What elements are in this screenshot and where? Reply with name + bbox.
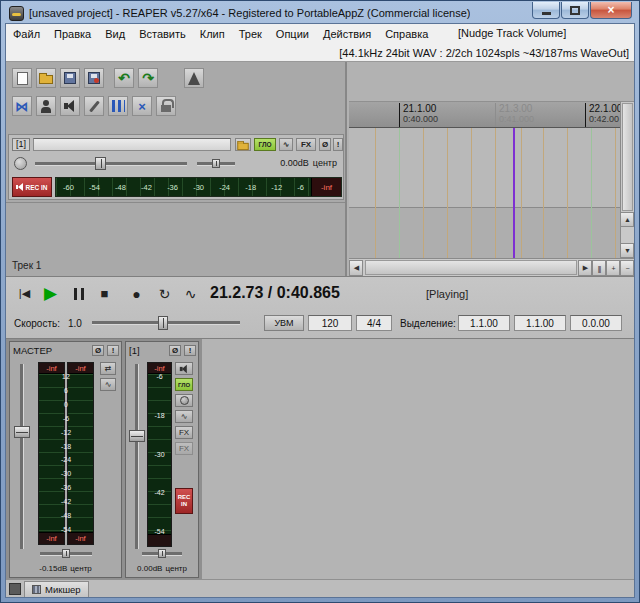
menu-track[interactable]: Трек <box>232 25 269 43</box>
zoom-in-button[interactable]: + <box>606 260 620 276</box>
pan-slider-thumb[interactable] <box>212 159 220 168</box>
track1-pan-slider[interactable] <box>142 549 182 558</box>
master-mute-button[interactable] <box>60 96 80 116</box>
selection-start-field[interactable]: 1.1.00 <box>458 315 510 331</box>
envelope-mode-button[interactable]: ∿ <box>178 281 203 306</box>
project-settings-button[interactable] <box>84 68 104 88</box>
grid-button[interactable] <box>108 96 128 116</box>
envelope-button[interactable]: ∿ <box>279 138 293 151</box>
track1-fx-bypass-button[interactable]: FX <box>175 442 193 455</box>
master-env-button[interactable]: ∿ <box>100 378 116 391</box>
volume-fader-thumb[interactable] <box>95 157 106 170</box>
menu-help[interactable]: Справка <box>378 25 435 43</box>
master-mute-button[interactable]: Ø <box>92 345 104 356</box>
lock-button[interactable] <box>156 96 176 116</box>
track1-strip: [1] Ø ! -inf -6 -18 <box>125 341 199 578</box>
zoom-out-button[interactable]: − <box>620 260 634 276</box>
master-pan-thumb[interactable] <box>62 549 70 558</box>
draw-mode-button[interactable] <box>84 96 104 116</box>
speaker-icon <box>180 364 188 372</box>
zoom-fit-button[interactable]: ||| <box>592 260 606 276</box>
master-fader-thumb[interactable] <box>14 426 30 438</box>
redo-icon: ↷ <box>142 71 154 85</box>
track1-env-button[interactable]: ∿ <box>175 410 193 423</box>
track1-record-input-button[interactable]: REC IN <box>175 488 193 514</box>
close-button[interactable]: × <box>590 2 632 19</box>
playrate-thumb[interactable] <box>158 316 168 330</box>
selection-length-field[interactable]: 0.0.00 <box>570 315 622 331</box>
master-pan-slider[interactable] <box>40 549 92 558</box>
record-button[interactable]: ● <box>124 281 149 306</box>
track1-master-send-button[interactable]: ГЛО <box>175 378 193 391</box>
scroll-right-button[interactable]: ▶ <box>578 260 592 276</box>
scroll-left-button[interactable]: ◀ <box>349 260 363 276</box>
record-arm-button[interactable] <box>14 157 27 170</box>
redo-button[interactable]: ↷ <box>138 68 158 88</box>
new-project-button[interactable] <box>12 68 32 88</box>
go-to-start-button[interactable]: |◀ <box>12 281 37 306</box>
menu-edit[interactable]: Правка <box>47 25 98 43</box>
track-pan-slider[interactable] <box>197 159 235 168</box>
transport-time-display[interactable]: 21.2.73 / 0:40.865 <box>210 284 340 302</box>
menu-actions[interactable]: Действия <box>316 25 378 43</box>
hscroll-thumb[interactable] <box>365 260 577 275</box>
solo-button[interactable]: ! <box>333 138 343 151</box>
undo-button[interactable]: ↶ <box>114 68 134 88</box>
timeline-ruler[interactable]: 21.1.00 0:40.000 21.3.00 0:41.000 22.1.0… <box>349 102 620 128</box>
stop-button[interactable]: ■ <box>92 281 117 306</box>
record-input-button[interactable]: REC IN <box>12 177 52 197</box>
track-volume-fader[interactable] <box>35 157 187 170</box>
metronome-button[interactable] <box>184 68 204 88</box>
master-solo-button[interactable]: ! <box>107 345 119 356</box>
grouping-button[interactable] <box>36 96 56 116</box>
track1-input-icon-button[interactable] <box>175 362 193 375</box>
master-send-button[interactable]: ГЛО <box>254 138 276 151</box>
horizontal-scrollbar[interactable]: ◀ ▶ ||| + − <box>349 258 634 276</box>
track1-pan-thumb[interactable] <box>158 549 166 558</box>
maximize-button[interactable] <box>561 2 589 19</box>
route-button[interactable] <box>235 138 251 151</box>
autocrossfade-button[interactable]: × <box>132 96 152 116</box>
open-project-button[interactable] <box>36 68 56 88</box>
track-name-field[interactable] <box>33 138 231 151</box>
track1-volume-fader[interactable] <box>129 364 145 549</box>
playrate-value[interactable]: 1.0 <box>68 318 82 329</box>
vscroll-thumb[interactable] <box>622 103 633 211</box>
track1-pan-knob[interactable] <box>175 394 193 407</box>
track1-solo-button[interactable]: ! <box>184 345 196 356</box>
mixer-tab[interactable]: Микшер <box>24 581 89 597</box>
fx-button[interactable]: FX <box>296 138 316 151</box>
mute-button[interactable]: Ø <box>319 138 331 151</box>
time-signature-field[interactable]: 4/4 <box>356 315 392 331</box>
menu-insert[interactable]: Вставить <box>132 25 193 43</box>
track1-fx-button[interactable]: FX <box>175 426 193 439</box>
ripple-edit-button[interactable]: ⋈ <box>12 96 32 116</box>
menu-file[interactable]: Файл <box>6 25 47 43</box>
playrate-slider[interactable] <box>92 316 240 330</box>
input-speaker-icon <box>16 183 23 191</box>
track1-fader-thumb[interactable] <box>129 430 145 442</box>
bpm-field[interactable]: 120 <box>308 315 352 331</box>
docker-icon[interactable] <box>9 583 21 595</box>
grid-line <box>375 128 376 258</box>
track1-mute-button[interactable]: Ø <box>169 345 181 356</box>
play-button[interactable]: ▶ <box>38 281 63 306</box>
master-volume-fader[interactable] <box>14 364 30 549</box>
minimize-button[interactable] <box>532 2 560 19</box>
save-project-button[interactable] <box>60 68 80 88</box>
arrange-view[interactable] <box>349 128 620 258</box>
track-lane[interactable] <box>349 128 620 208</box>
scroll-up-button[interactable]: ▲ <box>620 212 634 227</box>
menu-options[interactable]: Опции <box>269 25 316 43</box>
repeat-button[interactable]: ↻ <box>152 281 177 306</box>
scroll-down-button[interactable]: ▼ <box>620 243 634 258</box>
master-route-button[interactable]: ⇄ <box>100 362 116 375</box>
menu-item[interactable]: Клип <box>193 25 232 43</box>
vertical-scrollbar[interactable]: ▲ ▼ <box>620 102 634 258</box>
menu-view[interactable]: Вид <box>98 25 132 43</box>
maximize-icon <box>570 6 580 15</box>
bpm-mode-button[interactable]: УВМ <box>264 315 304 331</box>
pause-button[interactable] <box>66 281 91 306</box>
folder-icon <box>237 142 248 149</box>
selection-end-field[interactable]: 1.1.00 <box>514 315 566 331</box>
